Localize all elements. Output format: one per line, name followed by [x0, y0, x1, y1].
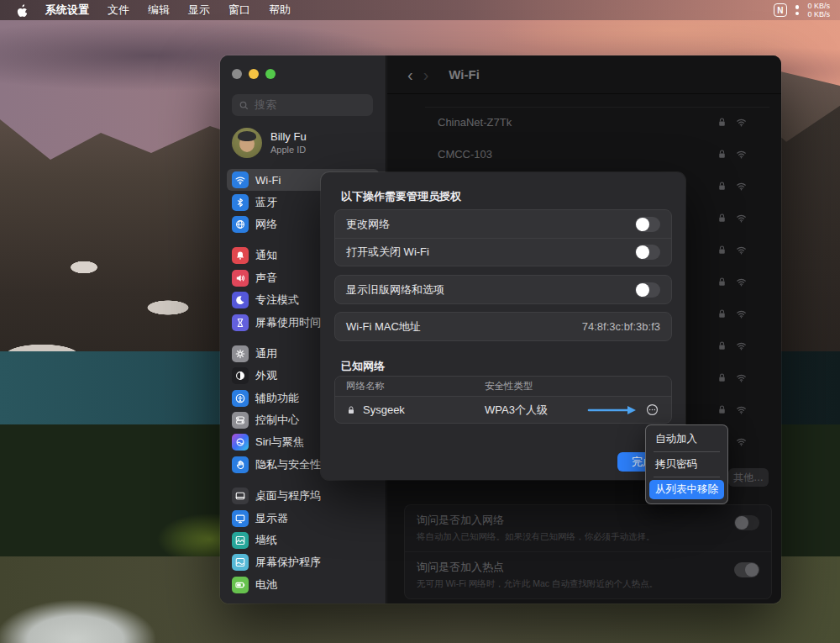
search-icon: [239, 100, 249, 111]
admin-toggle-label: 更改网络: [346, 217, 390, 232]
known-network-name: Sysgeek: [363, 403, 405, 416]
legacy-toggle-label: 显示旧版网络和选项: [346, 282, 444, 298]
sidebar-item-label: Wi-Fi: [255, 174, 281, 187]
apple-id-profile[interactable]: Billy Fu Apple ID: [232, 128, 307, 158]
menu-item-window[interactable]: 窗口: [228, 3, 250, 18]
appearance-icon: [232, 367, 249, 384]
table-header: 网络名称 安全性类型: [335, 377, 671, 397]
admin-toggle-row: 更改网络: [335, 210, 671, 238]
known-networks-title: 已知网络: [341, 359, 385, 374]
sidebar-item-label: 通用: [255, 346, 277, 361]
hand-icon: [232, 456, 249, 473]
admin-toggle-label: 打开或关闭 Wi-Fi: [346, 245, 429, 260]
bell-icon: [232, 247, 249, 264]
search-placeholder: 搜索: [255, 98, 276, 113]
admin-toggle[interactable]: [635, 245, 660, 260]
siri-icon: [232, 434, 249, 451]
sidebar-item-screensaver[interactable]: 屏幕保护程序: [227, 551, 379, 573]
wifi-icon: [232, 171, 249, 188]
avatar: [232, 128, 262, 158]
traffic-lights: [232, 69, 276, 79]
column-security-type: 安全性类型: [485, 380, 585, 393]
sidebar-item-display[interactable]: 显示器: [227, 507, 379, 529]
menu-bar: 系统设置 文件 编辑 显示 窗口 帮助 N 0 KB/s0 KB/s: [0, 0, 840, 20]
minimize-button[interactable]: [249, 69, 259, 79]
sidebar-item-label: 通知: [255, 248, 277, 263]
wallpaper-icon: [232, 532, 249, 549]
admin-toggle[interactable]: [635, 217, 660, 232]
sheet-title: 以下操作需要管理员授权: [341, 189, 461, 204]
network-speed-indicator[interactable]: 0 KB/s0 KB/s: [807, 2, 830, 18]
profile-subtitle: Apple ID: [270, 144, 307, 155]
mac-address-group: Wi-Fi MAC地址 74:8f:3c:bf:3b:f3: [334, 312, 672, 341]
moon-icon: [232, 292, 249, 308]
display-icon: [232, 510, 249, 527]
known-network-row[interactable]: Sysgeek WPA3个人级: [335, 397, 671, 423]
sidebar-item-label: 蓝牙: [255, 195, 277, 210]
menu-item-view[interactable]: 显示: [188, 3, 210, 18]
sidebar-item-label: 墙纸: [255, 533, 277, 548]
sidebar-item-label: 屏幕保护程序: [255, 555, 321, 570]
sidebar-item-wallpaper[interactable]: 墙纸: [227, 530, 379, 551]
sidebar-item-label: Siri与聚焦: [255, 435, 304, 450]
sidebar-item-label: 声音: [255, 271, 277, 286]
bluetooth-icon: [232, 194, 249, 211]
lock-icon: [346, 405, 356, 415]
sidebar-item-label: 桌面与程序坞: [255, 488, 321, 503]
legacy-toggle-group: 显示旧版网络和选项: [334, 275, 672, 304]
known-networks-table: 网络名称 安全性类型 Sysgeek WPA3个人级: [334, 376, 672, 424]
menu-item-app[interactable]: 系统设置: [45, 3, 89, 18]
menu-item-edit[interactable]: 编辑: [148, 3, 170, 18]
zoom-button[interactable]: [265, 69, 276, 79]
mac-address-label: Wi-Fi MAC地址: [346, 319, 421, 335]
mac-address-value: 74:8f:3c:bf:3b:f3: [582, 320, 660, 333]
menu-separator: [654, 451, 720, 452]
hourglass-icon: [232, 314, 249, 331]
control-center-icon: [232, 412, 249, 429]
column-network-name: 网络名称: [335, 380, 485, 393]
context-menu-item[interactable]: 从列表中移除: [649, 480, 724, 499]
sidebar-item-label: 辅助功能: [255, 391, 299, 406]
stats-menu-icon[interactable]: [795, 5, 800, 15]
speaker-icon: [232, 270, 249, 287]
legacy-toggle-row: 显示旧版网络和选项: [335, 276, 671, 303]
accessibility-icon: [232, 390, 249, 407]
sidebar-item-label: 专注模式: [255, 293, 299, 308]
apple-icon[interactable]: [15, 3, 27, 17]
admin-toggles-group: 更改网络 打开或关闭 Wi-Fi: [334, 209, 672, 266]
sidebar-item-dock[interactable]: 桌面与程序坞: [227, 485, 379, 507]
sidebar-item-label: 屏幕使用时间: [255, 315, 321, 330]
screensaver-icon: [232, 554, 249, 571]
menu-item-file[interactable]: 文件: [108, 3, 129, 18]
menu-separator: [654, 477, 720, 477]
sidebar-item-label: 外观: [255, 368, 277, 383]
context-menu-item[interactable]: 自动加入: [649, 430, 724, 449]
profile-name: Billy Fu: [270, 130, 307, 144]
search-input[interactable]: 搜索: [232, 94, 373, 116]
notes-status-icon[interactable]: N: [774, 3, 787, 17]
legacy-toggle[interactable]: [635, 282, 660, 298]
sidebar-item-label: 电池: [255, 577, 277, 593]
admin-auth-sheet: 以下操作需要管理员授权 更改网络 打开或关闭 Wi-Fi 显示旧版网络和选项 W…: [321, 172, 685, 480]
sidebar-item-label: 隐私与安全性: [255, 457, 321, 472]
context-menu-item[interactable]: 拷贝密码: [649, 455, 724, 474]
close-button[interactable]: [232, 69, 242, 79]
menu-item-help[interactable]: 帮助: [269, 3, 291, 18]
mac-address-row: Wi-Fi MAC地址 74:8f:3c:bf:3b:f3: [335, 313, 671, 340]
sidebar-item-battery[interactable]: 电池: [227, 574, 379, 596]
network-context-menu: 自动加入拷贝密码从列表中移除: [645, 424, 728, 504]
sidebar-item-label: 控制中心: [255, 413, 299, 428]
globe-icon: [232, 216, 249, 233]
admin-toggle-row: 打开或关闭 Wi-Fi: [335, 238, 671, 266]
more-options-button[interactable]: [645, 403, 659, 417]
desktop: 系统设置 文件 编辑 显示 窗口 帮助 N 0 KB/s0 KB/s 搜索: [0, 0, 840, 643]
gear-icon: [232, 345, 249, 362]
system-settings-window: 搜索 Billy Fu Apple ID Wi-Fi蓝牙网络通知声音专注模式屏幕…: [220, 55, 781, 603]
dock-icon: [232, 488, 249, 504]
known-network-security: WPA3个人级: [485, 403, 585, 418]
battery-icon: [232, 577, 249, 593]
sidebar-item-label: 显示器: [255, 511, 288, 526]
arrow-annotation: [587, 404, 639, 416]
sidebar-item-label: 网络: [255, 217, 277, 232]
